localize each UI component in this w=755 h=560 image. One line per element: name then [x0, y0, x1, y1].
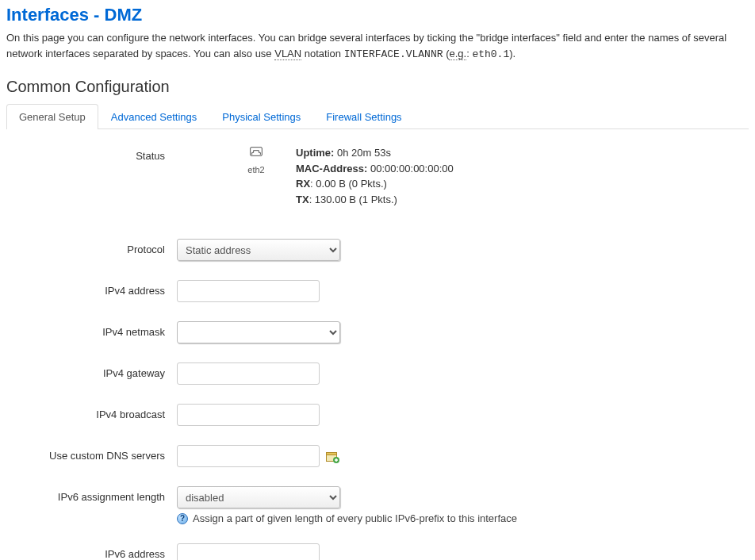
interface-name: eth2: [240, 165, 272, 175]
info-icon: ?: [177, 513, 188, 524]
ipv4-gateway-input[interactable]: [177, 362, 320, 385]
ipv4-broadcast-label: IPv4 broadcast: [6, 404, 177, 420]
tab-firewall-settings[interactable]: Firewall Settings: [313, 104, 414, 129]
desc-text: ).: [509, 48, 515, 59]
mac-line: MAC-Address: 00:00:00:00:00:00: [296, 161, 454, 177]
svg-rect-2: [326, 453, 336, 455]
ipv6-assign-select[interactable]: disabled: [177, 486, 340, 508]
desc-text: notation: [301, 48, 344, 59]
tab-physical-settings[interactable]: Physical Settings: [209, 104, 313, 129]
ipv4-address-label: IPv4 address: [6, 280, 177, 297]
ipv6-address-label: IPv6 address: [6, 543, 177, 560]
uptime-line: Uptime: 0h 20m 53s: [296, 145, 454, 161]
section-title: Common Configuration: [6, 78, 749, 96]
tab-advanced-settings[interactable]: Advanced Settings: [98, 104, 209, 129]
ipv4-gateway-label: IPv4 gateway: [6, 362, 177, 379]
tab-general-setup[interactable]: General Setup: [6, 104, 98, 129]
vlan-abbr: VLAN: [274, 48, 301, 60]
notation-code: INTERFACE.VLANNR: [344, 48, 443, 60]
eg-abbr: e.g.: [449, 48, 466, 60]
ipv6-address-input[interactable]: [177, 543, 320, 560]
ipv4-broadcast-input[interactable]: [177, 404, 320, 426]
eg-value: eth0.1: [472, 48, 509, 60]
rx-line: RX: 0.00 B (0 Pkts.): [296, 176, 454, 192]
tx-line: TX: 130.00 B (1 Pkts.): [296, 192, 454, 208]
ipv6-assign-hint: Assign a part of given length of every p…: [193, 512, 517, 524]
ipv4-netmask-select[interactable]: [177, 321, 340, 343]
ipv4-address-input[interactable]: [177, 280, 320, 302]
tab-bar: General Setup Advanced Settings Physical…: [6, 104, 749, 129]
protocol-select[interactable]: Static address: [177, 239, 340, 261]
protocol-label: Protocol: [6, 239, 177, 255]
dns-label: Use custom DNS servers: [6, 445, 177, 462]
status-label: Status: [6, 145, 177, 162]
ipv6-assign-label: IPv6 assignment length: [6, 486, 177, 503]
ethernet-icon: [250, 145, 263, 160]
ipv4-netmask-label: IPv4 netmask: [6, 321, 177, 338]
add-entry-icon[interactable]: [326, 451, 340, 463]
page-description: On this page you can configure the netwo…: [6, 30, 749, 62]
page-title: Interfaces - DMZ: [6, 5, 749, 25]
dns-input[interactable]: [177, 445, 320, 467]
